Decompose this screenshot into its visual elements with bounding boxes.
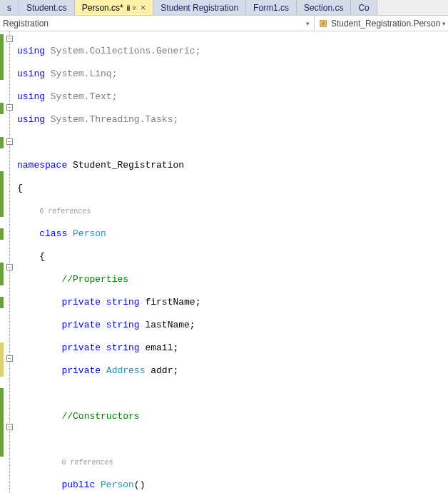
nav-member-dropdown[interactable]: Student_Registration.Person ▾ bbox=[314, 16, 448, 31]
nav-member-label: Student_Registration.Person bbox=[331, 19, 440, 29]
close-icon[interactable]: × bbox=[141, 2, 146, 13]
nav-scope-label: Registration bbox=[3, 19, 49, 29]
tab-student[interactable]: Student.cs bbox=[19, 0, 75, 15]
tab-label: Person.cs* bbox=[82, 3, 123, 13]
class-icon bbox=[319, 19, 329, 29]
tab-registration[interactable]: Student Registration bbox=[153, 0, 246, 15]
pin-icon[interactable]: �ខ bbox=[126, 4, 138, 12]
code-area[interactable]: using System.Collections.Generic; using … bbox=[16, 31, 448, 493]
fold-toggle[interactable]: − bbox=[6, 104, 13, 111]
fold-toggle[interactable]: − bbox=[6, 264, 13, 270]
fold-toggle[interactable]: − bbox=[6, 36, 13, 42]
nav-bar: Registration ▾ Student_Registration.Pers… bbox=[0, 16, 448, 31]
tab-overflow-left[interactable]: s bbox=[0, 0, 19, 15]
tab-section[interactable]: Section.cs bbox=[297, 0, 351, 15]
chevron-down-icon: ▾ bbox=[442, 20, 446, 27]
fold-toggle[interactable]: − bbox=[6, 138, 13, 145]
tab-overflow-right[interactable]: Co bbox=[351, 0, 377, 15]
nav-scope-dropdown[interactable]: Registration ▾ bbox=[0, 19, 314, 29]
code-editor[interactable]: − − − − − − using System.Collections.Gen… bbox=[0, 31, 448, 493]
fold-toggle[interactable]: − bbox=[6, 424, 13, 430]
svg-rect-1 bbox=[322, 22, 325, 25]
tab-bar: s Student.cs Person.cs* �ខ × Student Reg… bbox=[0, 0, 448, 16]
tab-form1[interactable]: Form1.cs bbox=[246, 0, 297, 15]
fold-toggle[interactable]: − bbox=[6, 355, 13, 362]
fold-gutter: − − − − − − bbox=[4, 31, 16, 493]
chevron-down-icon: ▾ bbox=[306, 20, 310, 27]
tab-person-active[interactable]: Person.cs* �ខ × bbox=[75, 0, 154, 15]
